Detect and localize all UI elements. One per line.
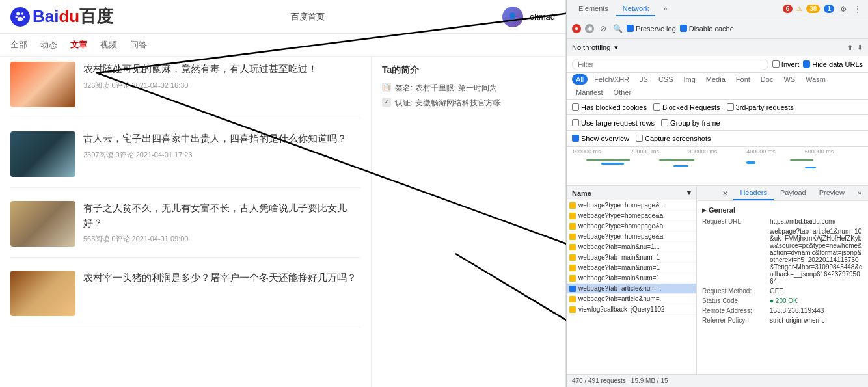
row-url: webpage?type=homepage&a: [578, 222, 694, 230]
disable-cache-label: Disable cache: [689, 25, 734, 33]
group-by-frame-label[interactable]: Group by frame: [661, 119, 720, 127]
details-tab-payload[interactable]: Payload: [774, 186, 813, 200]
capture-screenshots-label[interactable]: Capture screenshots: [636, 135, 711, 142]
tab-dynamic[interactable]: 动态: [40, 39, 57, 51]
tab-more[interactable]: »: [657, 2, 673, 16]
network-row[interactable]: webpage?type=homepage&...: [567, 200, 696, 211]
blocked-requests-label[interactable]: Blocked Requests: [653, 103, 720, 111]
home-link[interactable]: 百度首页: [291, 11, 325, 23]
details-close-button[interactable]: ✕: [717, 187, 733, 200]
row-type-icon: [569, 275, 576, 282]
more-options-icon[interactable]: ⋮: [852, 4, 863, 14]
type-btn-media[interactable]: Media: [702, 74, 729, 85]
article-content: 农村随处可见的蓖麻，竟然有毒，有人玩过甚至吃过！ 326阅读 0评论 2021-…: [83, 62, 360, 107]
details-tab-preview[interactable]: Preview: [813, 186, 851, 200]
request-url-val: https://mbd.baidu.com/: [770, 218, 863, 225]
network-row[interactable]: webpage?type=homepage&a: [567, 221, 696, 232]
devtools-controls: ● ◉ ⊘ 🔍 Preserve log Disable cache: [567, 18, 868, 39]
status-code-row: Status Code: ● 200 OK: [702, 297, 863, 304]
row-url: webpage?tab=main&num=1: [578, 274, 694, 282]
baidu-page: Baidu百度 百度首页 👤 okmad 全部 动态 文章 视频 问答: [0, 0, 566, 387]
list-item[interactable]: 农村宰一头猪的利润是多少？屠宰户一个冬天还能挣好几万吗？: [10, 271, 360, 327]
type-btn-fetch[interactable]: Fetch/XHR: [590, 74, 633, 85]
list-item[interactable]: 有子之人贫不久，无儿有女富不长，古人凭啥说儿子要比女儿好？ 565阅读 0评论 …: [10, 201, 360, 258]
tab-video[interactable]: 视频: [100, 39, 117, 51]
article-meta: 2307阅读 0评论 2021-04-01 17:23: [83, 150, 360, 160]
row-url: webpage?tab=article&num=.: [578, 285, 694, 292]
record-button[interactable]: ●: [572, 24, 581, 33]
type-btn-all[interactable]: All: [572, 74, 588, 85]
network-row-selected[interactable]: webpage?tab=article&num=.: [567, 284, 696, 294]
details-tab-more[interactable]: »: [851, 186, 868, 200]
row-url: viewlog?callback=jQuery1102: [578, 306, 694, 313]
third-party-requests-label[interactable]: 3rd-party requests: [727, 103, 794, 111]
filter-input[interactable]: [572, 59, 768, 70]
network-row[interactable]: webpage?tab=main&num=1: [567, 252, 696, 263]
logo-bai: Bai: [33, 7, 59, 26]
preserve-log-checkbox[interactable]: Preserve log: [627, 25, 676, 33]
tab-all[interactable]: 全部: [10, 39, 27, 51]
timeline-labels: 100000 ms 200000 ms 300000 ms 400000 ms …: [567, 147, 868, 156]
network-row[interactable]: webpage?type=homepage&a: [567, 211, 696, 221]
request-url-continuation: webpage?tab=article1&num=10&uk=FVMjhxmKA…: [702, 228, 863, 285]
network-row[interactable]: webpage?type=homepage&a: [567, 232, 696, 242]
disable-cache-checkbox[interactable]: Disable cache: [680, 25, 734, 33]
network-row[interactable]: viewlog?callback=jQuery1102: [567, 304, 696, 315]
sidebar-verify: 认证: 安徽畅游网络科技官方帐: [395, 98, 501, 109]
type-btn-js[interactable]: JS: [636, 74, 652, 85]
network-table-area: Name ▾ webpage?type=homepage&... webpage…: [567, 186, 868, 374]
network-row[interactable]: webpage?tab=main&num=1: [567, 263, 696, 273]
article-title: 农村宰一头猪的利润是多少？屠宰户一个冬天还能挣好几万吗？: [83, 271, 360, 286]
row-url: webpage?type=homepage&a: [578, 233, 694, 240]
list-item[interactable]: 古人云，宅子出四喜家中出贵人，四喜指的是什么你知道吗？ 2307阅读 0评论 2…: [10, 131, 360, 188]
article-thumbnail: [10, 271, 75, 316]
row-url: webpage?tab=main&nu=1...: [578, 243, 694, 250]
row-type-icon: [569, 223, 576, 230]
has-blocked-cookies-label[interactable]: Has blocked cookies: [572, 103, 647, 111]
details-tab-headers[interactable]: Headers: [733, 186, 774, 200]
type-btn-ws[interactable]: WS: [780, 74, 799, 85]
search-icon[interactable]: 🔍: [612, 23, 623, 34]
hide-data-urls-label: Hide data URLs: [812, 60, 863, 68]
list-item[interactable]: 农村随处可见的蓖麻，竟然有毒，有人玩过甚至吃过！ 326阅读 0评论 2021-…: [10, 62, 360, 118]
preserve-log-cb-box: [627, 25, 634, 32]
general-section-title: General: [702, 206, 863, 214]
article-title: 农村随处可见的蓖麻，竟然有毒，有人玩过甚至吃过！: [83, 62, 360, 77]
type-btn-img[interactable]: Img: [680, 74, 699, 85]
svg-point-1: [21, 12, 23, 14]
baidu-user: 👤 okmad: [502, 7, 555, 27]
type-btn-css[interactable]: CSS: [655, 74, 677, 85]
invert-checkbox: Invert: [772, 60, 800, 68]
tab-article[interactable]: 文章: [70, 39, 87, 51]
network-row[interactable]: webpage?tab=main&num=1: [567, 273, 696, 284]
method-key: Request Method:: [702, 287, 767, 295]
row-url: webpage?tab=main&num=1: [578, 254, 694, 261]
username: okmad: [530, 12, 555, 21]
right-sidebar: Ta的简介 📋 签名: 农村千里眼: 第一时间为 ✓ 认证: 安徽畅游网络科技官…: [371, 57, 565, 387]
tab-elements[interactable]: Elements: [572, 2, 615, 16]
network-row[interactable]: webpage?tab=main&nu=1...: [567, 242, 696, 252]
sort-icon[interactable]: ▾: [687, 189, 691, 197]
svg-point-2: [16, 16, 18, 18]
svg-point-4: [18, 17, 23, 21]
sidebar-row: ✓ 认证: 安徽畅游网络科技官方帐: [382, 98, 555, 109]
devtools-tabs: Elements Network » 6 ⚠ 38 1 ⚙ ⋮: [567, 0, 868, 18]
article-title: 有子之人贫不久，无儿有女富不长，古人凭啥说儿子要比女儿好？: [83, 201, 360, 230]
type-btn-manifest[interactable]: Manifest: [572, 87, 607, 98]
type-btn-other[interactable]: Other: [610, 87, 636, 98]
network-row[interactable]: webpage?tab=article&num=.: [567, 294, 696, 304]
row-type-icon: [569, 202, 576, 209]
tab-qa[interactable]: 问答: [130, 39, 147, 51]
type-btn-font[interactable]: Font: [732, 74, 754, 85]
remote-key: Remote Address:: [702, 307, 767, 314]
throttle-dropdown-icon[interactable]: ▾: [614, 44, 618, 52]
stop-button[interactable]: ◉: [585, 24, 594, 33]
show-overview-label[interactable]: Show overview: [572, 135, 629, 142]
settings-icon[interactable]: ⚙: [838, 4, 848, 14]
filter-icon[interactable]: ⊘: [598, 23, 608, 34]
tab-network[interactable]: Network: [616, 2, 655, 16]
type-btn-wasm[interactable]: Wasm: [802, 74, 830, 85]
requests-count: 470 / 491 requests: [572, 377, 626, 384]
large-request-rows-label[interactable]: Use large request rows: [572, 119, 655, 127]
type-btn-doc[interactable]: Doc: [757, 74, 778, 85]
